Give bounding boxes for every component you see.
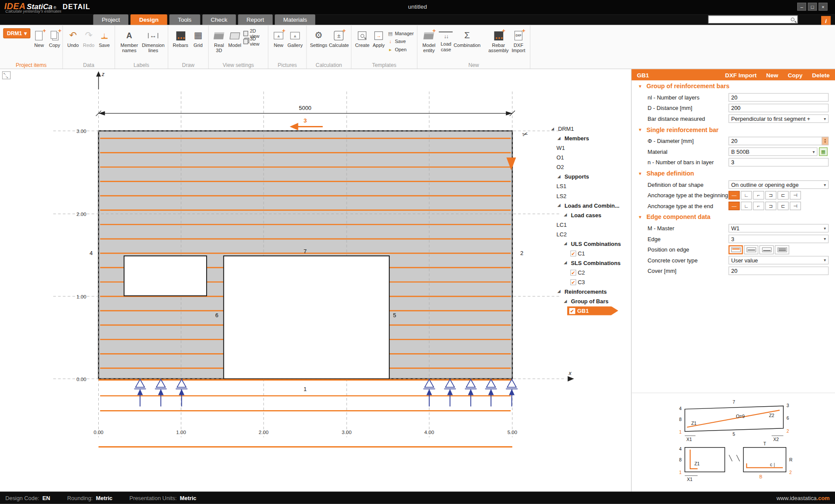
grid-button[interactable]: ▦ Grid — [191, 28, 205, 61]
view-3d-button[interactable]: 3D view — [244, 38, 265, 45]
expander-icon[interactable]: ◢ — [564, 261, 569, 265]
tree-item-o2[interactable]: O2 — [551, 162, 630, 172]
new-model-entity-button[interactable]: + Model entity — [421, 28, 437, 61]
tree-item-o1[interactable]: O1 — [551, 153, 630, 162]
material-select[interactable]: B 500B ▾ — [728, 147, 817, 156]
checkbox-checked-icon[interactable]: ✔ — [570, 279, 576, 285]
diameter-stepper[interactable]: ▲▼ — [822, 137, 828, 146]
edge-select[interactable]: 3 ▾ — [728, 235, 828, 243]
settings-button[interactable]: ⚙ Settings — [310, 28, 327, 61]
material-library-button[interactable]: ▦ — [819, 147, 828, 156]
undo-button[interactable]: ↶ Undo — [66, 28, 80, 61]
position-both-icon[interactable] — [775, 245, 789, 254]
section-edge-component-data[interactable]: ▼ Edge component data — [631, 211, 835, 223]
anchorage-bend-icon[interactable]: ⊏ — [778, 202, 789, 210]
anchorage-loop-icon[interactable]: ⊐ — [765, 202, 777, 210]
calculate-button[interactable]: ±+ Calculate — [329, 28, 349, 61]
anchorage-head-icon[interactable]: ⊣ — [790, 202, 801, 210]
line-supports[interactable] — [134, 379, 518, 406]
opening-o2[interactable] — [224, 256, 389, 379]
section-group-of-reinforcement-bars[interactable]: ▼ Group of reinforcement bars — [631, 80, 835, 92]
tab-report[interactable]: Report — [238, 14, 273, 25]
checkbox-checked-icon[interactable]: ✔ — [570, 250, 576, 256]
anchorage-bend-icon[interactable]: ⊏ — [778, 191, 789, 200]
concrete-cover-type-select[interactable]: User value ▾ — [728, 256, 828, 265]
anchorage-straight-icon[interactable]: — — [728, 191, 740, 200]
tree-item-c1[interactable]: ✔C1 — [551, 249, 630, 258]
bars-in-layer-input[interactable] — [728, 158, 828, 167]
distance-input[interactable] — [728, 104, 828, 113]
anchorage-loop-icon[interactable]: ⊐ — [765, 191, 777, 200]
drawing-canvas[interactable]: ↖ ↘ z — [0, 69, 631, 491]
tree-item-c2[interactable]: ✔C2 — [551, 268, 630, 277]
expander-icon[interactable]: ◢ — [564, 213, 569, 217]
tree-item-supports[interactable]: ◢Supports — [551, 172, 630, 182]
expander-icon[interactable]: ◢ — [558, 136, 563, 140]
position-top-icon[interactable] — [728, 245, 743, 254]
tree-item-uls[interactable]: ◢ULS Combinations — [551, 239, 630, 249]
expander-icon[interactable]: ◢ — [558, 175, 563, 179]
search-icon[interactable] — [791, 17, 795, 21]
anchorage-hook90-icon[interactable]: ∟ — [741, 191, 752, 200]
tab-tools[interactable]: Tools — [169, 14, 200, 25]
tree-item-w1[interactable]: W1 — [551, 143, 630, 153]
real-3d-button[interactable]: Real 3D — [212, 28, 226, 61]
picture-new-button[interactable]: ▲+ New — [271, 28, 285, 61]
props-new-button[interactable]: New — [766, 72, 778, 78]
props-delete-button[interactable]: Delete — [812, 72, 829, 78]
expander-icon[interactable]: ◢ — [564, 299, 569, 303]
dxf-import-ribbon-button[interactable]: DXF+ DXF Import — [510, 28, 527, 61]
section-shape-definition[interactable]: ▼ Shape definition — [631, 168, 835, 179]
section-collapse-icon[interactable]: ▼ — [638, 171, 642, 176]
project-item-new-button[interactable]: + New — [32, 28, 46, 61]
expander-icon[interactable]: ◢ — [558, 289, 563, 294]
template-create-button[interactable]: Create — [355, 28, 370, 61]
maximize-button[interactable]: □ — [808, 3, 817, 10]
tree-item-sls[interactable]: ◢SLS Combinations — [551, 258, 630, 268]
tab-project[interactable]: Project — [93, 14, 128, 25]
master-select[interactable]: W1 ▾ — [728, 224, 828, 233]
template-apply-button[interactable]: → Apply — [371, 28, 386, 61]
tree-item-loads[interactable]: ◢Loads and Combin... — [551, 201, 630, 210]
tab-check[interactable]: Check — [202, 14, 236, 25]
expander-icon[interactable]: ◢ — [564, 242, 569, 246]
dxf-import-button[interactable]: DXF Import — [725, 72, 757, 78]
anchorage-hook90-icon[interactable]: ∟ — [741, 202, 752, 210]
tab-design[interactable]: Design — [130, 14, 167, 25]
props-copy-button[interactable]: Copy — [788, 72, 803, 78]
website-link[interactable]: www.ideastatica.com — [777, 494, 830, 501]
new-rebar-assembly-button[interactable]: + Rebar assembly — [488, 28, 509, 61]
bar-shape-definition-select[interactable]: On outline or opening edge ▾ — [728, 180, 828, 189]
tree-item-gb1-selected[interactable]: ✔ GB1 — [551, 306, 630, 315]
tree-item-ls2[interactable]: LS2 — [551, 191, 630, 201]
position-middle-icon[interactable] — [744, 245, 758, 254]
edge-3-marker[interactable]: 3 — [290, 117, 323, 130]
opening-o1[interactable] — [124, 256, 207, 296]
tree-item-lc2[interactable]: LC2 — [551, 229, 630, 239]
new-load-case-button[interactable]: ↓↓ Load case — [439, 28, 453, 61]
model-view-button[interactable]: Model — [228, 28, 242, 61]
diameter-input[interactable] — [728, 137, 822, 146]
template-save-button[interactable]: ↓ Save — [387, 38, 414, 45]
member-names-button[interactable]: A Member names — [118, 28, 140, 61]
checkbox-checked-icon[interactable]: ✔ — [570, 269, 576, 275]
info-button[interactable]: i — [821, 16, 831, 25]
tree-item-members[interactable]: ◢Members — [551, 133, 630, 143]
tree-item-drm1[interactable]: ◢DRM1 — [551, 124, 630, 133]
project-item-selector[interactable]: DRM1▾ — [3, 28, 30, 38]
fit-view-icon[interactable]: ↖ ↘ — [2, 71, 11, 79]
template-manager-button[interactable]: ▤ Manager — [387, 30, 414, 37]
tab-materials[interactable]: Materials — [275, 14, 316, 25]
cover-input[interactable] — [728, 266, 828, 275]
tree-item-c3[interactable]: ✔C3 — [551, 277, 630, 287]
new-combination-button[interactable]: Σ Combination — [455, 28, 479, 61]
anchorage-hook180-icon[interactable]: ⌐ — [753, 202, 764, 210]
close-button[interactable]: × — [818, 3, 828, 10]
section-collapse-icon[interactable]: ▼ — [638, 84, 642, 89]
search-input[interactable] — [709, 16, 791, 23]
tree-item-load-cases[interactable]: ◢Load cases — [551, 210, 630, 220]
expander-icon[interactable]: ◢ — [558, 203, 563, 208]
tree-item-group-of-bars[interactable]: ◢Group of Bars — [551, 296, 630, 306]
tree-item-lc1[interactable]: LC1 — [551, 220, 630, 229]
anchorage-straight-icon[interactable]: — — [728, 202, 740, 210]
